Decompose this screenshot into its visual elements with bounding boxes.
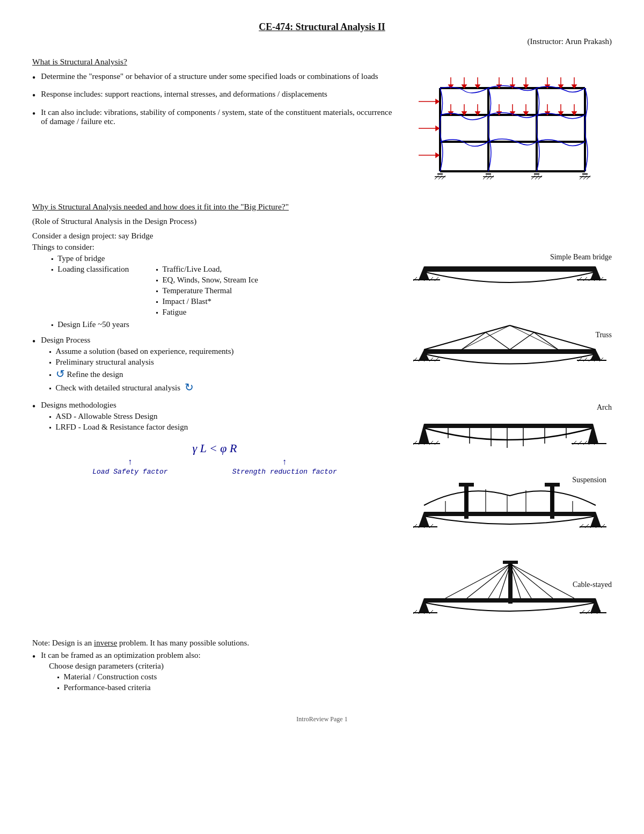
svg-line-27 [587, 176, 590, 179]
arrow-left: ↑ [128, 458, 133, 467]
loading-item-5: Fatigue [162, 308, 186, 317]
svg-line-20 [487, 176, 491, 179]
loop-arrow-right: ↻ [185, 381, 194, 394]
loop-arrow-left: ↺ [56, 367, 65, 380]
consider1: Consider a design project: say Bridge [32, 231, 397, 241]
svg-line-26 [583, 176, 587, 179]
note-bullet: It can be framed as an optimization prob… [41, 651, 612, 694]
section2-heading: Why is Structural Analysis needed and ho… [32, 202, 612, 212]
bridge-label-truss: Truss [595, 331, 612, 339]
svg-rect-97 [424, 350, 596, 354]
note-sub-2: Performance-based criteria [64, 683, 151, 692]
svg-line-104 [534, 332, 558, 350]
methodology-2: LRFD - Load & Resistance factor design [56, 423, 188, 432]
svg-marker-67 [436, 126, 439, 130]
svg-line-18 [442, 176, 445, 179]
svg-rect-145 [459, 483, 474, 487]
bridge-label-arch: Arch [597, 403, 612, 412]
svg-rect-146 [545, 483, 560, 487]
loading-item-4: Impact / Blast* [162, 297, 211, 306]
design-life: Design Life ~50 years [57, 320, 129, 329]
formula-labels: ↑ Load Safety factor ↑ Strength reductio… [32, 458, 397, 476]
formula-label-right: Strength reduction factor [232, 468, 337, 476]
loading-item-1: Traffic/Live Load, [162, 265, 222, 274]
bridge-label-simple: Simple Beam bridge [550, 253, 612, 262]
design-process-label: Design Process Assume a solution (based … [41, 336, 397, 395]
bridge-label-cable: Cable-stayed [573, 581, 612, 589]
svg-line-19 [483, 176, 487, 179]
svg-marker-69 [436, 153, 439, 157]
note-text2: problem. It has many possible solutions. [117, 639, 249, 647]
page-footer: IntroReview Page 1 [32, 715, 612, 723]
svg-line-25 [580, 176, 583, 179]
note-indent: Choose design parameters (criteria) [49, 662, 612, 671]
bridge-label-suspension: Suspension [572, 476, 606, 484]
note-section: Note: Design is an inverse problem. It h… [32, 639, 612, 648]
formula-label-left: Load Safety factor [92, 468, 167, 476]
svg-line-21 [490, 176, 494, 179]
svg-line-173 [510, 564, 574, 598]
svg-rect-121 [424, 424, 593, 428]
svg-line-103 [510, 332, 534, 350]
svg-rect-142 [424, 512, 596, 516]
page-title: CE-474: Structural Analysis II [32, 21, 612, 33]
truss-bridge-svg [408, 312, 612, 376]
svg-line-23 [535, 176, 539, 179]
simple-beam-bridge-svg [408, 237, 612, 296]
svg-line-174 [510, 564, 553, 598]
note-underline: inverse [94, 639, 117, 647]
dp-item-4: Check with detailed structural analysis [56, 383, 180, 393]
bridge-things-list: Type of bridge Loading classification Tr… [40, 254, 397, 329]
bridge-diagrams: Simple Beam bridge [408, 231, 612, 629]
design-process-list: Design Process Assume a solution (based … [32, 336, 397, 433]
arrow-right: ↑ [282, 458, 287, 467]
designs-methodologies: Designs methodologies ASD - Allowable St… [41, 401, 397, 433]
svg-line-175 [510, 564, 531, 598]
bullet-1: Determine the "response" or behavior of … [41, 72, 397, 81]
dp-item-2: Preliminary structural analysis [56, 358, 154, 367]
loading-item-3: Temperature Thermal [162, 286, 232, 295]
svg-rect-168 [503, 561, 518, 564]
consider2: Things to consider: [32, 243, 397, 252]
bullet-3: It can also include: vibrations, stabili… [41, 108, 397, 126]
bullet-2: Response includes: support reactions, in… [41, 90, 397, 99]
dp-item-1: Assume a solution (based on experience, … [56, 347, 234, 356]
svg-rect-82 [424, 266, 596, 272]
bridge-thing-2: Loading classification [57, 265, 129, 274]
note-sub-1: Material / Construction costs [64, 672, 157, 681]
svg-marker-65 [436, 99, 439, 104]
svg-line-24 [538, 176, 542, 179]
section1-bullets: Determine the "response" or behavior of … [32, 72, 397, 126]
structural-grid-diagram [408, 72, 601, 190]
section2-subheading: (Role of Structural Analysis in the Desi… [32, 217, 612, 226]
loading-item-2: EQ, Winds, Snow, Stream Ice [162, 275, 258, 285]
dp-item-3: Refine the design [67, 370, 123, 379]
note-text1: Note: Design is an [32, 639, 94, 647]
formula-expression: γ L < φ R [32, 441, 397, 455]
arch-bridge-svg [408, 393, 612, 457]
svg-line-22 [531, 176, 535, 179]
methodology-1: ASD - Allowable Stress Design [56, 412, 158, 421]
instructor-label: (Instructor: Arun Prakash) [32, 37, 612, 46]
svg-line-17 [438, 176, 442, 179]
svg-line-101 [462, 332, 486, 350]
section1-heading: What is Structural Analysis? [32, 57, 612, 67]
svg-line-171 [488, 564, 510, 598]
bridge-thing-1: Type of bridge [57, 254, 105, 263]
cable-stayed-bridge-svg [408, 556, 612, 629]
note-bullets: It can be framed as an optimization prob… [32, 651, 612, 694]
svg-line-170 [467, 564, 510, 598]
svg-line-102 [486, 332, 510, 350]
svg-line-16 [435, 176, 438, 179]
